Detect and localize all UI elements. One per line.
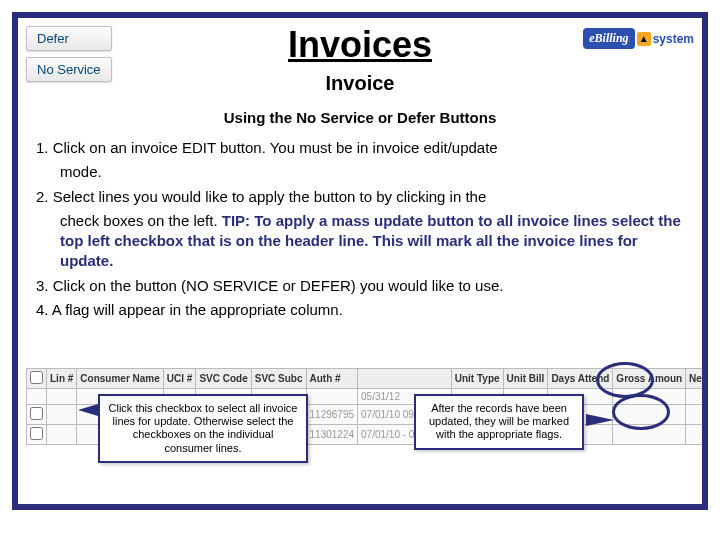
step-1: 1. Click on an invoice EDIT button. You … <box>36 138 684 158</box>
page-subtitle: Invoice <box>18 72 702 95</box>
highlight-oval-icon <box>596 362 654 398</box>
section-heading: Using the No Service or Defer Buttons <box>18 109 702 126</box>
col-svc-code: SVC Code <box>196 369 251 389</box>
arrow-right-icon <box>586 414 614 426</box>
col-uci: UCI # <box>163 369 196 389</box>
instruction-steps: 1. Click on an invoice EDIT button. You … <box>18 138 702 320</box>
col-net: Net <box>686 369 708 389</box>
col-svc-subc: SVC Subc <box>251 369 306 389</box>
highlight-oval-icon <box>612 394 670 430</box>
step-3: 3. Click on the button (NO SERVICE or DE… <box>36 276 684 296</box>
callout-select-all: Click this checkbox to select all invoic… <box>98 394 308 463</box>
arrow-up-icon: ▲ <box>637 32 651 46</box>
col-auth: Auth # <box>306 369 358 389</box>
defer-button[interactable]: Defer <box>26 26 112 51</box>
logo-ebilling: eBilling <box>583 28 634 49</box>
step-2: 2. Select lines you would like to apply … <box>36 187 684 207</box>
row-checkbox[interactable] <box>30 427 43 440</box>
step-2b: check boxes on the left. TIP: To apply a… <box>36 211 684 272</box>
no-service-button[interactable]: No Service <box>26 57 112 82</box>
col-unit-type: Unit Type <box>451 369 503 389</box>
callout-flags: After the records have been updated, the… <box>414 394 584 450</box>
logo-system: system <box>653 32 694 46</box>
col-dates <box>358 369 452 389</box>
col-consumer: Consumer Name <box>77 369 163 389</box>
step-4: 4. A flag will appear in the appropriate… <box>36 300 684 320</box>
select-all-checkbox-cell[interactable] <box>27 369 47 389</box>
col-unit-bill: Unit Bill <box>503 369 548 389</box>
col-line: Lin # <box>47 369 77 389</box>
invoice-grid-area: Lin # Consumer Name UCI # SVC Code SVC S… <box>26 368 694 498</box>
row-checkbox[interactable] <box>30 407 43 420</box>
ebilling-logo: eBilling ▲ system <box>583 28 694 49</box>
step-1b: mode. <box>36 162 684 182</box>
select-all-checkbox[interactable] <box>30 371 43 384</box>
step-2b-prefix: check boxes on the left. <box>60 212 222 229</box>
arrow-left-icon <box>78 404 98 416</box>
